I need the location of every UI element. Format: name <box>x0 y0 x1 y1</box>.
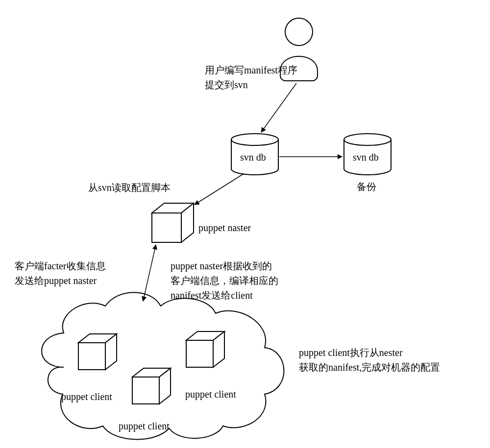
client-exec-label: puppet client执行从nester 获取的nanifest,完成对机器… <box>299 345 440 375</box>
user-action-label: 用户编写manifest程序 提交到svn <box>205 63 297 92</box>
svn-db-2-label: svn db <box>353 150 379 165</box>
puppet-client-2-icon <box>132 368 171 404</box>
svg-point-1 <box>231 134 278 145</box>
svn-db-1-label: svn db <box>240 150 266 165</box>
pc3-label: puppet client <box>185 387 236 401</box>
puppet-client-3-icon <box>186 331 224 367</box>
svg-point-0 <box>285 18 313 46</box>
puppet-client-1-icon <box>78 334 117 370</box>
cloud-icon <box>42 292 284 439</box>
pc1-label: puppet client <box>61 389 112 404</box>
puppet-master-icon <box>152 203 194 242</box>
client-facter-label: 客户端facter收集信息 发送给puppet naster <box>15 259 106 288</box>
backup-label: 备份 <box>357 179 376 194</box>
svg-point-2 <box>344 134 391 145</box>
master-compile-label: puppet naster根据收到的 客户端信息，编译相应的 nanifest发… <box>171 259 278 303</box>
pc2-label: puppet client <box>119 419 170 433</box>
arrow-svn-to-master <box>195 174 244 205</box>
read-config-label: 从svn读取配置脚本 <box>88 180 171 195</box>
puppet-master-label: puppet naster <box>198 220 251 235</box>
arrow-master-client <box>143 245 156 301</box>
